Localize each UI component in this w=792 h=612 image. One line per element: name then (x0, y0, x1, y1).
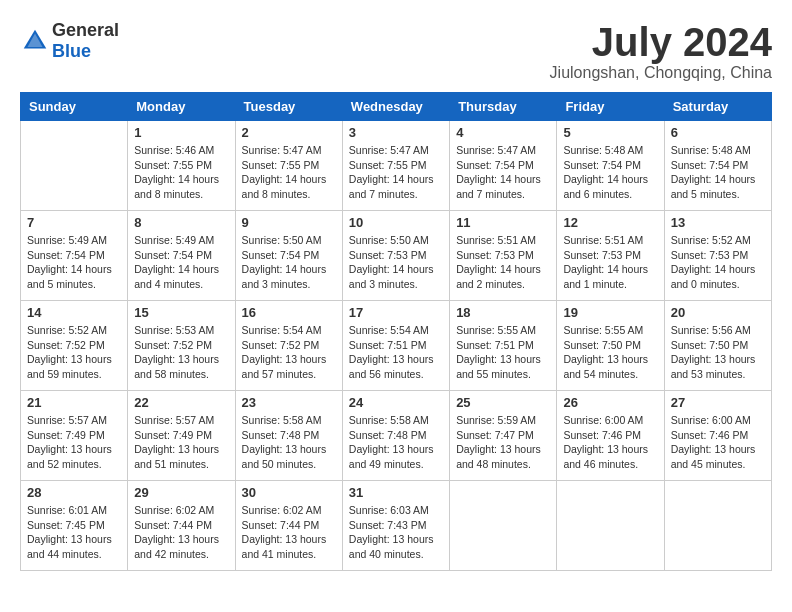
day-number: 12 (563, 215, 657, 230)
calendar-cell (450, 481, 557, 571)
cell-data: Sunrise: 6:02 AM Sunset: 7:44 PM Dayligh… (134, 503, 228, 562)
location-text: Jiulongshan, Chongqing, China (550, 64, 772, 82)
day-number: 30 (242, 485, 336, 500)
cell-data: Sunrise: 5:59 AM Sunset: 7:47 PM Dayligh… (456, 413, 550, 472)
day-number: 27 (671, 395, 765, 410)
page-header: General Blue July 2024 Jiulongshan, Chon… (20, 20, 772, 82)
day-number: 6 (671, 125, 765, 140)
day-number: 18 (456, 305, 550, 320)
cell-data: Sunrise: 5:54 AM Sunset: 7:51 PM Dayligh… (349, 323, 443, 382)
cell-data: Sunrise: 5:49 AM Sunset: 7:54 PM Dayligh… (134, 233, 228, 292)
cell-data: Sunrise: 5:53 AM Sunset: 7:52 PM Dayligh… (134, 323, 228, 382)
weekday-header: Saturday (664, 93, 771, 121)
calendar-cell: 22Sunrise: 5:57 AM Sunset: 7:49 PM Dayli… (128, 391, 235, 481)
cell-data: Sunrise: 5:50 AM Sunset: 7:53 PM Dayligh… (349, 233, 443, 292)
day-number: 16 (242, 305, 336, 320)
logo-general-text: General (52, 20, 119, 40)
weekday-header: Friday (557, 93, 664, 121)
calendar-table: SundayMondayTuesdayWednesdayThursdayFrid… (20, 92, 772, 571)
cell-data: Sunrise: 5:49 AM Sunset: 7:54 PM Dayligh… (27, 233, 121, 292)
calendar-cell: 18Sunrise: 5:55 AM Sunset: 7:51 PM Dayli… (450, 301, 557, 391)
logo-blue-text: Blue (52, 41, 91, 61)
calendar-cell: 9Sunrise: 5:50 AM Sunset: 7:54 PM Daylig… (235, 211, 342, 301)
cell-data: Sunrise: 5:58 AM Sunset: 7:48 PM Dayligh… (242, 413, 336, 472)
calendar-cell: 29Sunrise: 6:02 AM Sunset: 7:44 PM Dayli… (128, 481, 235, 571)
calendar-cell: 7Sunrise: 5:49 AM Sunset: 7:54 PM Daylig… (21, 211, 128, 301)
day-number: 20 (671, 305, 765, 320)
cell-data: Sunrise: 5:55 AM Sunset: 7:51 PM Dayligh… (456, 323, 550, 382)
calendar-cell: 15Sunrise: 5:53 AM Sunset: 7:52 PM Dayli… (128, 301, 235, 391)
calendar-cell: 11Sunrise: 5:51 AM Sunset: 7:53 PM Dayli… (450, 211, 557, 301)
calendar-cell: 28Sunrise: 6:01 AM Sunset: 7:45 PM Dayli… (21, 481, 128, 571)
day-number: 15 (134, 305, 228, 320)
month-title: July 2024 (550, 20, 772, 64)
calendar-cell: 26Sunrise: 6:00 AM Sunset: 7:46 PM Dayli… (557, 391, 664, 481)
calendar-cell: 13Sunrise: 5:52 AM Sunset: 7:53 PM Dayli… (664, 211, 771, 301)
calendar-cell: 14Sunrise: 5:52 AM Sunset: 7:52 PM Dayli… (21, 301, 128, 391)
cell-data: Sunrise: 5:57 AM Sunset: 7:49 PM Dayligh… (27, 413, 121, 472)
calendar-cell: 6Sunrise: 5:48 AM Sunset: 7:54 PM Daylig… (664, 121, 771, 211)
calendar-cell: 19Sunrise: 5:55 AM Sunset: 7:50 PM Dayli… (557, 301, 664, 391)
cell-data: Sunrise: 6:00 AM Sunset: 7:46 PM Dayligh… (671, 413, 765, 472)
day-number: 10 (349, 215, 443, 230)
calendar-cell: 23Sunrise: 5:58 AM Sunset: 7:48 PM Dayli… (235, 391, 342, 481)
day-number: 5 (563, 125, 657, 140)
day-number: 4 (456, 125, 550, 140)
day-number: 7 (27, 215, 121, 230)
calendar-cell: 8Sunrise: 5:49 AM Sunset: 7:54 PM Daylig… (128, 211, 235, 301)
cell-data: Sunrise: 5:47 AM Sunset: 7:54 PM Dayligh… (456, 143, 550, 202)
cell-data: Sunrise: 6:02 AM Sunset: 7:44 PM Dayligh… (242, 503, 336, 562)
week-row: 21Sunrise: 5:57 AM Sunset: 7:49 PM Dayli… (21, 391, 772, 481)
calendar-cell: 27Sunrise: 6:00 AM Sunset: 7:46 PM Dayli… (664, 391, 771, 481)
cell-data: Sunrise: 5:54 AM Sunset: 7:52 PM Dayligh… (242, 323, 336, 382)
cell-data: Sunrise: 5:57 AM Sunset: 7:49 PM Dayligh… (134, 413, 228, 472)
weekday-header: Monday (128, 93, 235, 121)
cell-data: Sunrise: 6:01 AM Sunset: 7:45 PM Dayligh… (27, 503, 121, 562)
day-number: 9 (242, 215, 336, 230)
cell-data: Sunrise: 6:03 AM Sunset: 7:43 PM Dayligh… (349, 503, 443, 562)
cell-data: Sunrise: 5:50 AM Sunset: 7:54 PM Dayligh… (242, 233, 336, 292)
weekday-header: Wednesday (342, 93, 449, 121)
cell-data: Sunrise: 5:47 AM Sunset: 7:55 PM Dayligh… (349, 143, 443, 202)
calendar-cell: 10Sunrise: 5:50 AM Sunset: 7:53 PM Dayli… (342, 211, 449, 301)
cell-data: Sunrise: 5:52 AM Sunset: 7:53 PM Dayligh… (671, 233, 765, 292)
cell-data: Sunrise: 5:56 AM Sunset: 7:50 PM Dayligh… (671, 323, 765, 382)
day-number: 14 (27, 305, 121, 320)
day-number: 3 (349, 125, 443, 140)
day-number: 22 (134, 395, 228, 410)
day-number: 29 (134, 485, 228, 500)
weekday-header: Tuesday (235, 93, 342, 121)
cell-data: Sunrise: 5:51 AM Sunset: 7:53 PM Dayligh… (563, 233, 657, 292)
calendar-cell (557, 481, 664, 571)
cell-data: Sunrise: 5:48 AM Sunset: 7:54 PM Dayligh… (671, 143, 765, 202)
calendar-cell (664, 481, 771, 571)
calendar-cell: 31Sunrise: 6:03 AM Sunset: 7:43 PM Dayli… (342, 481, 449, 571)
week-row: 7Sunrise: 5:49 AM Sunset: 7:54 PM Daylig… (21, 211, 772, 301)
calendar-cell: 25Sunrise: 5:59 AM Sunset: 7:47 PM Dayli… (450, 391, 557, 481)
title-area: July 2024 Jiulongshan, Chongqing, China (550, 20, 772, 82)
logo-icon (20, 26, 50, 56)
calendar-cell: 4Sunrise: 5:47 AM Sunset: 7:54 PM Daylig… (450, 121, 557, 211)
weekday-header: Sunday (21, 93, 128, 121)
day-number: 8 (134, 215, 228, 230)
day-number: 24 (349, 395, 443, 410)
calendar-cell: 24Sunrise: 5:58 AM Sunset: 7:48 PM Dayli… (342, 391, 449, 481)
calendar-cell: 2Sunrise: 5:47 AM Sunset: 7:55 PM Daylig… (235, 121, 342, 211)
cell-data: Sunrise: 5:48 AM Sunset: 7:54 PM Dayligh… (563, 143, 657, 202)
calendar-cell: 1Sunrise: 5:46 AM Sunset: 7:55 PM Daylig… (128, 121, 235, 211)
day-number: 25 (456, 395, 550, 410)
calendar-cell (21, 121, 128, 211)
week-row: 1Sunrise: 5:46 AM Sunset: 7:55 PM Daylig… (21, 121, 772, 211)
cell-data: Sunrise: 5:52 AM Sunset: 7:52 PM Dayligh… (27, 323, 121, 382)
day-number: 2 (242, 125, 336, 140)
day-number: 31 (349, 485, 443, 500)
day-number: 23 (242, 395, 336, 410)
day-number: 11 (456, 215, 550, 230)
week-row: 14Sunrise: 5:52 AM Sunset: 7:52 PM Dayli… (21, 301, 772, 391)
day-number: 26 (563, 395, 657, 410)
weekday-header: Thursday (450, 93, 557, 121)
cell-data: Sunrise: 5:55 AM Sunset: 7:50 PM Dayligh… (563, 323, 657, 382)
calendar-cell: 21Sunrise: 5:57 AM Sunset: 7:49 PM Dayli… (21, 391, 128, 481)
calendar-cell: 17Sunrise: 5:54 AM Sunset: 7:51 PM Dayli… (342, 301, 449, 391)
day-number: 21 (27, 395, 121, 410)
